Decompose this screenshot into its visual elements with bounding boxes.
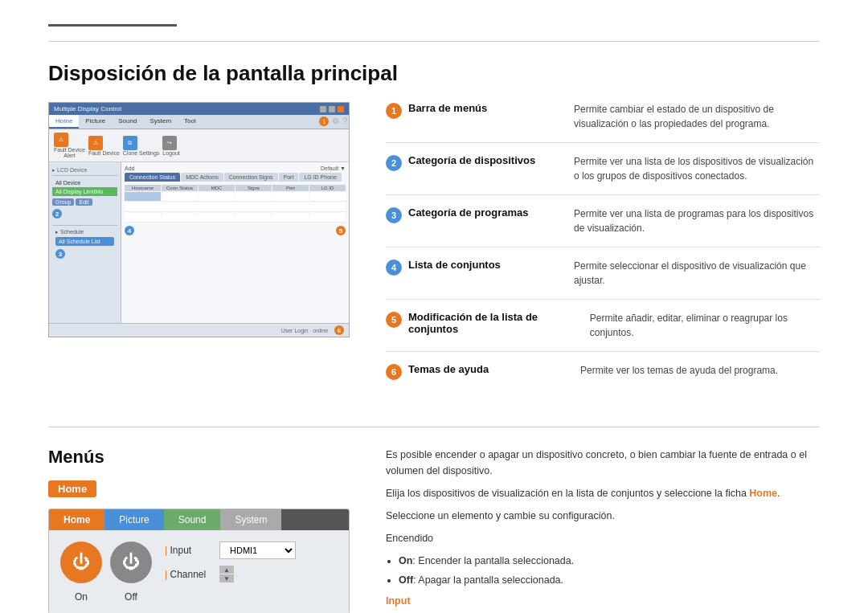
home-link: Home [749, 488, 777, 499]
on-item: On: Encender la pantalla seleccionada. [399, 553, 820, 569]
screen-schedule-section: ▸ Schedule All Schedule List 3 [52, 225, 117, 262]
input-bar-label: | Input [165, 545, 213, 556]
sidebar-all-display: All Display LimitMo [52, 187, 117, 196]
screen-tab-signs: Connection Signs [224, 173, 278, 182]
menus-intro: Es posible encender o apagar un disposit… [386, 447, 820, 479]
off-item: Off: Apagar la pantalla seleccionada. [399, 572, 820, 588]
screen-num-6: 6 [334, 325, 344, 335]
encendido-label: Encendido [386, 530, 820, 546]
win-btn-close [338, 106, 344, 112]
screen-mockup: Multiple Display Control Home Picture So… [48, 102, 350, 337]
main-layout: Multiple Display Control Home Picture So… [48, 102, 820, 403]
toolbar-clone-icon: ⧉ [123, 136, 137, 150]
screen-num-2: 2 [52, 209, 62, 219]
off-desc: Apagar la pantalla seleccionada. [418, 574, 563, 586]
power-on-button[interactable]: ⏻ [60, 541, 102, 583]
power-off-button[interactable]: ⏻ [110, 541, 152, 583]
item2-desc: Permite ver una lista de los dispositivo… [574, 154, 820, 183]
section-divider [48, 427, 820, 427]
home-content: ⏻ ⏻ On Off | Input HDMI1 [49, 530, 349, 613]
home-tab-bar: Home Picture Sound System [49, 509, 349, 530]
numbered-item-4: 4 Lista de conjuntos Permite seleccionar… [386, 259, 820, 300]
toolbar-fault-device-2: ⚠ Fault Device [88, 136, 120, 156]
grid-header-2: Conn Status [162, 185, 198, 191]
screen-icon-help: ? [342, 116, 347, 127]
page-title: Disposición de la pantalla principal [48, 61, 820, 86]
badge-6: 6 [386, 364, 402, 380]
power-row: ⏻ ⏻ [60, 541, 152, 583]
grid-cell-2-4 [235, 202, 272, 212]
screen-num-4: 4 [125, 226, 134, 235]
toolbar-clone-label: Clone Settings [123, 150, 160, 156]
stepper-up[interactable]: ▲ [219, 566, 234, 574]
right-column: 1 Barra de menús Permite cambiar el esta… [386, 102, 820, 403]
toolbar-fault-icon-2: ⚠ [88, 136, 103, 150]
numbered-item-6: 6 Temas de ayuda Permite ver los temas d… [386, 363, 820, 391]
item3-label-group: 3 Categoría de programas [386, 206, 563, 223]
item2-label: Categoría de dispositivos [408, 154, 569, 166]
badge-3: 3 [386, 207, 402, 223]
screen-schedule-item: All Schedule List [55, 237, 114, 246]
top-rule [48, 24, 177, 27]
grid-cell-1-6 [309, 192, 346, 202]
toolbar-logout-icon: ↪ [162, 136, 177, 150]
screen-tab-mdc: MDC Actions [181, 173, 223, 182]
sidebar-edit-btn: Edit [76, 198, 92, 206]
grid-cell-2-3 [199, 202, 235, 212]
item1-label-group: 1 Barra de menús [386, 102, 563, 119]
input-section-title: Input [386, 593, 820, 609]
screen-sidebar: ▸ LCD Device All Device All Display Limi… [49, 162, 121, 323]
channel-stepper[interactable]: ▲ ▼ [219, 566, 234, 582]
menus-layout: Menús Home Home Picture Sound System ⏻ [48, 447, 820, 613]
grid-cell-1-4 [235, 192, 272, 202]
item1-label: Barra de menús [408, 102, 569, 114]
grid-header-6: LG ID [309, 185, 346, 191]
on-desc: Encender la pantalla seleccionada. [418, 555, 574, 566]
item3-label: Categoría de programas [408, 206, 569, 219]
screen-menu-picture: Picture [79, 115, 112, 129]
screen-main: Add Default ▼ Connection Status MDC Acti… [121, 162, 349, 323]
win-btn-max [329, 106, 335, 112]
screen-bottom-bar: User Login · online 6 [49, 323, 349, 337]
channel-bar-label: | Channel [165, 569, 213, 580]
input-select[interactable]: HDMI1 HDMI2 DisplayPort [219, 541, 296, 559]
window-controls [320, 106, 344, 112]
tab-home: Home [49, 509, 104, 530]
grid-header-3: MDC [199, 185, 235, 191]
grid-cell-3-1 [125, 213, 161, 223]
numbered-item-3: 3 Categoría de programas Permite ver una… [386, 206, 820, 247]
screen-title-text: Multiple Display Control [54, 105, 121, 112]
screen-num-3: 3 [55, 249, 65, 259]
item5-label-group: 5 Modificación de la lista de conjuntos [386, 311, 579, 335]
badge-2: 2 [386, 155, 402, 171]
sidebar-action-row: Group Edit [52, 198, 117, 206]
input-section: | Input HDMI1 HDMI2 DisplayPort | Channe… [165, 541, 338, 603]
item4-label-group: 4 Lista de conjuntos [386, 259, 563, 276]
stepper-down[interactable]: ▼ [219, 574, 234, 582]
menus-title: Menús [48, 447, 354, 468]
item6-label-group: 6 Temas de ayuda [386, 363, 569, 380]
left-column: Multiple Display Control Home Picture So… [48, 102, 354, 403]
grid-cell-3-6 [309, 213, 346, 223]
grid-cell-2-5 [272, 202, 309, 212]
screen-title-bar: Multiple Display Control [49, 103, 349, 115]
channel-row: | Channel ▲ ▼ [165, 566, 338, 582]
grid-cell-3-5 [272, 213, 309, 223]
input-row: | Input HDMI1 HDMI2 DisplayPort [165, 541, 338, 559]
menus-right: Es posible encender o apagar un disposit… [386, 447, 820, 613]
screen-tab-lg: LG ID Phone [299, 173, 341, 182]
grid-cell-3-4 [235, 213, 272, 223]
grid-cell-3-2 [162, 213, 198, 223]
toolbar-logout-label: Logout [162, 150, 179, 156]
home-badge: Home [48, 480, 96, 497]
screen-num-5: 5 [336, 226, 346, 235]
win-btn-min [320, 106, 326, 112]
off-bold: Off [399, 574, 413, 586]
screen-grid: Hostname Conn Status MDC Signs Port LG I… [125, 185, 346, 223]
channel-bar-mark: | [165, 569, 167, 580]
toolbar-fault-label-2: Fault Device [88, 150, 120, 156]
toolbar-fault-icon-1: ⚠ [54, 133, 68, 147]
screen-body: ▸ LCD Device All Device All Display Limi… [49, 162, 349, 323]
on-bold: On [399, 555, 412, 566]
screen-menu-sound: Sound [112, 115, 143, 129]
